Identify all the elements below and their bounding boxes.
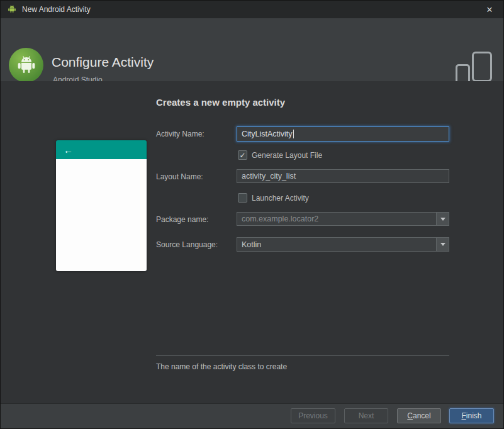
- activity-name-label: Activity Name:: [156, 130, 204, 138]
- checkbox-checked-icon[interactable]: ✓: [238, 150, 247, 160]
- window-title: New Android Activity: [22, 5, 91, 14]
- previous-button[interactable]: Previous: [291, 408, 335, 423]
- text-caret: [293, 130, 294, 138]
- android-robot-icon: [7, 4, 17, 14]
- generate-layout-checkbox[interactable]: ✓ Generate Layout File: [238, 150, 322, 160]
- check-mark-icon: ✓: [239, 152, 245, 159]
- back-arrow-icon: ←: [64, 145, 73, 155]
- activity-preview-thumbnail: ←: [56, 140, 147, 271]
- source-language-value: Kotlin: [237, 238, 436, 251]
- launcher-activity-checkbox[interactable]: Launcher Activity: [238, 193, 309, 203]
- source-language-combobox[interactable]: Kotlin: [237, 237, 449, 252]
- tablet-outline-icon: [472, 52, 492, 82]
- previous-button-label: Previous: [298, 411, 328, 420]
- dropdown-arrow-icon: [440, 218, 445, 221]
- package-name-combobox[interactable]: com.example.locator2: [237, 212, 449, 226]
- layout-name-label: Layout Name:: [156, 172, 203, 181]
- activity-name-value: CityListActivity: [242, 130, 293, 138]
- hint-divider: [156, 355, 449, 356]
- preview-body: [56, 159, 147, 271]
- layout-name-value: activity_city_list: [242, 172, 296, 181]
- hint-text: The name of the activity class to create: [156, 362, 287, 371]
- cancel-button[interactable]: Cancel: [397, 408, 441, 423]
- titlebar: New Android Activity ✕: [1, 1, 503, 18]
- new-android-activity-dialog: New Android Activity ✕ Configure Activit…: [0, 0, 504, 429]
- next-button[interactable]: Next: [344, 408, 388, 423]
- package-name-value: com.example.locator2: [237, 213, 436, 225]
- next-button-label: Next: [359, 411, 374, 420]
- generate-layout-label: Generate Layout File: [252, 151, 322, 160]
- checkbox-unchecked-icon[interactable]: [238, 193, 247, 203]
- wizard-header: Configure Activity Android Studio: [1, 18, 503, 81]
- layout-name-input[interactable]: activity_city_list: [237, 169, 449, 183]
- source-language-label: Source Language:: [156, 240, 218, 249]
- dropdown-arrow-button[interactable]: [436, 238, 449, 251]
- launcher-activity-label: Launcher Activity: [252, 194, 309, 203]
- finish-button[interactable]: Finish: [449, 408, 494, 423]
- dropdown-arrow-icon: [440, 243, 445, 246]
- activity-name-input[interactable]: CityListActivity: [237, 126, 449, 142]
- cancel-button-label: Cancel: [407, 411, 430, 420]
- android-studio-logo: [9, 48, 43, 82]
- form-heading: Creates a new empty activity: [156, 97, 285, 108]
- package-name-label: Package name:: [156, 215, 208, 224]
- finish-button-label: Finish: [461, 411, 481, 420]
- page-title: Configure Activity: [52, 55, 154, 70]
- dropdown-arrow-button[interactable]: [436, 213, 449, 225]
- close-icon[interactable]: ✕: [482, 5, 497, 14]
- button-bar: Previous Next Cancel Finish: [1, 403, 503, 429]
- preview-app-bar: ←: [56, 140, 147, 159]
